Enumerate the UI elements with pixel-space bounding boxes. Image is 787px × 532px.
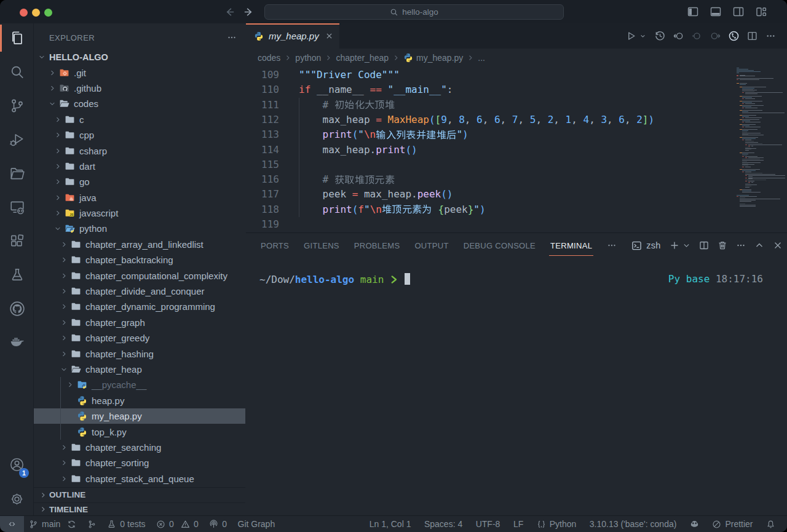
- tree-item-heap-py[interactable]: heap.py: [34, 393, 245, 408]
- toggle-secondary-sidebar-button[interactable]: [732, 6, 745, 18]
- close-window-button[interactable]: [20, 9, 28, 17]
- activity-bar-item-extensions[interactable]: [0, 226, 34, 256]
- tree-item-chapter-graph[interactable]: chapter_graph: [34, 315, 245, 330]
- breadcrumb-item[interactable]: ...: [478, 53, 485, 63]
- activity-bar-item-source-control[interactable]: [0, 91, 34, 121]
- tab-my-heap[interactable]: my_heap.py: [246, 23, 340, 49]
- new-terminal-button[interactable]: [670, 240, 679, 250]
- tree-item-chapter-greedy[interactable]: chapter_greedy: [34, 330, 245, 346]
- panel-tab-ports[interactable]: PORTS: [261, 233, 289, 258]
- maximize-panel-button[interactable]: [754, 240, 764, 250]
- tree-item-cpp[interactable]: cpp: [34, 127, 245, 143]
- close-panel-button[interactable]: [773, 240, 783, 250]
- activity-bar-item-run-and-debug[interactable]: [0, 125, 34, 154]
- status-language-mode[interactable]: Python: [537, 519, 577, 529]
- status-ports[interactable]: 0: [209, 519, 227, 529]
- status-git-graph-label[interactable]: Git Graph: [238, 519, 275, 529]
- prev-change-button[interactable]: [692, 31, 702, 41]
- kill-terminal-button[interactable]: [718, 240, 727, 250]
- activity-bar-item-testing[interactable]: [0, 260, 34, 290]
- tree-item-chapter-computational-complexity[interactable]: chapter_computational_complexity: [34, 268, 245, 283]
- panel-tabs-more-button[interactable]: [607, 240, 617, 250]
- activity-bar-item-project-manager[interactable]: [0, 159, 34, 188]
- activity-bar-item-docker[interactable]: [0, 328, 34, 357]
- tree-item-java[interactable]: java: [34, 190, 245, 205]
- tree-item-top-k-py[interactable]: top_k.py: [34, 424, 245, 439]
- split-terminal-button[interactable]: [699, 240, 709, 250]
- status-indentation[interactable]: Spaces: 4: [424, 519, 462, 529]
- sidebar-section-timeline[interactable]: TIMELINE: [34, 502, 245, 516]
- tree-item-codes[interactable]: codes: [34, 96, 245, 111]
- tree-item-pycache[interactable]: __pycache__: [34, 377, 245, 392]
- breadcrumb-item[interactable]: python: [295, 53, 321, 63]
- status-cursor-position[interactable]: Ln 1, Col 1: [370, 519, 411, 529]
- explorer-actions-button[interactable]: [227, 33, 237, 42]
- panel-tab-problems[interactable]: PROBLEMS: [354, 233, 400, 258]
- command-center-search[interactable]: hello-algo: [264, 4, 564, 20]
- tree-item-csharp[interactable]: csharp: [34, 143, 245, 158]
- status-copilot[interactable]: [690, 520, 699, 529]
- status-eol[interactable]: LF: [513, 519, 523, 529]
- run-python-file-button[interactable]: [626, 31, 647, 41]
- toggle-panel-button[interactable]: [710, 6, 722, 18]
- status-branch[interactable]: main: [29, 519, 76, 529]
- breadcrumb-item[interactable]: codes: [258, 53, 280, 63]
- more-actions-button[interactable]: [765, 31, 776, 41]
- status-notifications[interactable]: [766, 520, 775, 529]
- terminal-more-button[interactable]: [736, 240, 746, 250]
- tree-item-chapter-divide-and-conquer[interactable]: chapter_divide_and_conquer: [34, 284, 245, 299]
- minimap[interactable]: [737, 68, 787, 232]
- activity-bar-item-search[interactable]: [0, 57, 34, 87]
- minimize-window-button[interactable]: [32, 9, 40, 17]
- tree-item-dart[interactable]: dart: [34, 159, 245, 174]
- activity-bar-item-github[interactable]: [0, 294, 34, 324]
- code-editor[interactable]: 109"""Driver Code"""110if __name__ == "_…: [246, 66, 787, 232]
- navigate-forward-button[interactable]: [243, 6, 255, 18]
- terminal-dropdown-button[interactable]: [682, 240, 690, 250]
- panel-tab-output[interactable]: OUTPUT: [414, 233, 448, 258]
- tree-item-chapter-backtracking[interactable]: chapter_backtracking: [34, 252, 245, 268]
- next-change-button[interactable]: [710, 31, 721, 41]
- tree-item-my-heap-py[interactable]: my_heap.py: [34, 408, 245, 424]
- tree-item-github[interactable]: .github: [34, 81, 245, 96]
- status-encoding[interactable]: UTF-8: [476, 519, 500, 529]
- tree-item-go[interactable]: go: [34, 174, 245, 189]
- activity-bar-item-settings[interactable]: [0, 484, 34, 514]
- status-git-graph-view[interactable]: [87, 520, 97, 529]
- toggle-sidebar-button[interactable]: [687, 6, 699, 18]
- file-history-button[interactable]: [655, 31, 665, 41]
- tree-item-chapter-sorting[interactable]: chapter_sorting: [34, 455, 245, 470]
- tree-item-git[interactable]: .git: [34, 65, 245, 80]
- breadcrumb-item[interactable]: chapter_heap: [336, 53, 389, 63]
- panel-tab-debug-console[interactable]: DEBUG CONSOLE: [464, 233, 536, 258]
- open-changes-prev-button[interactable]: [673, 31, 684, 41]
- remote-indicator-button[interactable]: [0, 516, 24, 532]
- panel-tab-gitlens[interactable]: GITLENS: [304, 233, 339, 258]
- tree-item-chapter-dynamic-programming[interactable]: chapter_dynamic_programming: [34, 299, 245, 314]
- activity-bar-item-remote-explorer[interactable]: [0, 193, 34, 222]
- sidebar-section-outline[interactable]: OUTLINE: [34, 487, 245, 502]
- status-python-interpreter[interactable]: 3.10.13 ('base': conda): [590, 519, 677, 529]
- status-tests[interactable]: 0 tests: [107, 519, 145, 529]
- tree-root-hello-algo[interactable]: HELLO-ALGO: [34, 49, 245, 65]
- split-editor-button[interactable]: [747, 31, 757, 41]
- terminal[interactable]: ~/Dow/hello-algo main Py base 18:17:16: [246, 258, 787, 515]
- tree-item-chapter-stack-and-queue[interactable]: chapter_stack_and_queue: [34, 471, 245, 486]
- tree-item-python[interactable]: python: [34, 221, 245, 236]
- activity-bar-item-accounts[interactable]: 1: [0, 450, 34, 479]
- status-prettier[interactable]: Prettier: [712, 519, 753, 529]
- commit-graph-button[interactable]: [729, 31, 739, 41]
- tree-item-chapter-hashing[interactable]: chapter_hashing: [34, 346, 245, 361]
- tab-close-button[interactable]: [325, 32, 333, 40]
- tree-item-chapter-array-and-linkedlist[interactable]: chapter_array_and_linkedlist: [34, 237, 245, 252]
- activity-bar-item-explorer[interactable]: [0, 23, 34, 53]
- terminal-shell-selector[interactable]: zsh: [631, 240, 660, 251]
- tree-item-chapter-searching[interactable]: chapter_searching: [34, 440, 245, 455]
- tree-item-chapter-heap[interactable]: chapter_heap: [34, 362, 245, 377]
- zoom-window-button[interactable]: [44, 9, 52, 17]
- navigate-back-button[interactable]: [224, 6, 235, 18]
- customize-layout-button[interactable]: [755, 6, 767, 18]
- status-problems[interactable]: 00: [156, 519, 199, 529]
- tree-item-javascript[interactable]: javascript: [34, 205, 245, 221]
- panel-tab-terminal[interactable]: TERMINAL: [550, 233, 592, 258]
